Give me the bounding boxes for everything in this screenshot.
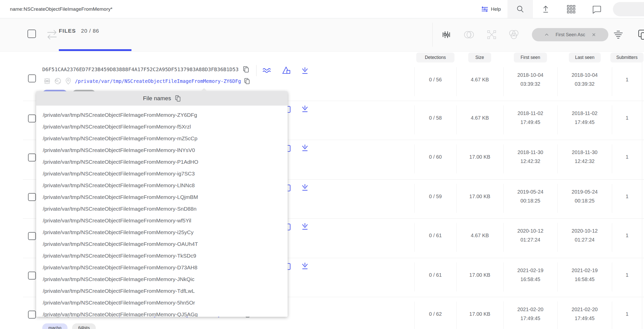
file-hash[interactable]: D6F51CAA2376ED7F23B459D83888F4A17F52C2A9… — [42, 66, 239, 72]
row-checkbox[interactable] — [28, 311, 36, 319]
popover-title: File names — [143, 95, 171, 102]
submitters-cell: 1 — [612, 62, 642, 97]
icon-divider — [256, 65, 257, 76]
download-icon[interactable] — [300, 183, 310, 192]
detections-cell: 0 / 59 — [414, 179, 456, 213]
select-all-checkbox[interactable] — [28, 30, 36, 38]
file-name-item: /private/var/tmp/NSCreateObjectFileImage… — [36, 180, 288, 191]
similar-files-icon[interactable] — [282, 66, 291, 75]
row-checkbox[interactable] — [28, 74, 36, 82]
swap-order-icon[interactable] — [45, 28, 59, 41]
submitters-cell: 1 — [612, 218, 642, 252]
tab-active-underline — [59, 49, 131, 51]
download-icon[interactable] — [300, 262, 310, 271]
column-header-submitters[interactable]: Submitters — [610, 53, 643, 62]
sort-options-button[interactable] — [611, 27, 626, 42]
file-name-item: /private/var/tmp/NSCreateObjectFileImage… — [36, 297, 288, 309]
similarity-cluster-button[interactable] — [484, 27, 499, 42]
file-names-list: /private/var/tmp/NSCreateObjectFileImage… — [36, 106, 288, 317]
column-header-last-seen[interactable]: Last seen — [569, 53, 601, 62]
download-icon[interactable] — [300, 144, 310, 153]
column-header-first-seen[interactable]: First seen — [514, 53, 547, 62]
search-button[interactable] — [507, 0, 533, 18]
column-header-detections[interactable]: Detections — [416, 53, 454, 62]
file-name-item: /private/var/tmp/NSCreateObjectFileImage… — [36, 215, 288, 226]
copy-icon[interactable] — [175, 95, 181, 102]
first-seen-cell: 2020-10-1201:27:24 — [503, 218, 557, 252]
row-checkbox[interactable] — [28, 193, 36, 201]
column-header-size[interactable]: Size — [468, 53, 491, 62]
search-icon — [516, 5, 524, 13]
sort-chip[interactable]: First Seen Asc — [532, 28, 608, 41]
size-cell: 17.00 KB — [456, 140, 503, 174]
size-cell: 17.00 KB — [456, 258, 503, 292]
file-name-item: /private/var/tmp/NSCreateObjectFileImage… — [36, 226, 288, 238]
popover-header: File names — [36, 91, 288, 106]
last-seen-cell: 2018-11-0217:49:45 — [557, 101, 612, 135]
size-cell: 17.00 KB — [456, 179, 503, 213]
copy-icon[interactable] — [244, 78, 250, 84]
chevron-up-icon[interactable] — [544, 33, 549, 36]
last-seen-cell: 2019-05-2400:18:25 — [557, 179, 612, 213]
file-name-item: /private/var/tmp/NSCreateObjectFileImage… — [36, 273, 288, 285]
column-settings-button[interactable] — [439, 27, 454, 42]
apps-grid-button[interactable] — [558, 0, 584, 18]
file-name-item: /private/var/tmp/NSCreateObjectFileImage… — [36, 309, 288, 317]
user-avatar[interactable] — [613, 2, 644, 16]
tab-files[interactable]: FILES 20 / 86 — [59, 28, 99, 34]
row-checkbox[interactable] — [28, 154, 36, 161]
venn-diagram-button[interactable] — [506, 27, 521, 42]
feedback-button[interactable] — [584, 0, 609, 18]
close-icon[interactable] — [592, 33, 596, 37]
file-name-item: /private/var/tmp/NSCreateObjectFileImage… — [36, 168, 288, 180]
file-path-link[interactable]: /private/var/tmp/NSCreateObjectFileImage… — [75, 78, 241, 84]
download-icon[interactable] — [300, 105, 310, 113]
tag-chip-macho[interactable]: macho — [42, 323, 68, 329]
apps-grid-icon — [567, 5, 575, 14]
copy-icon[interactable] — [243, 66, 249, 73]
scatter-expand-icon — [487, 30, 496, 39]
file-names-popover: File names /private/var/tmp/NSCreateObje… — [36, 91, 288, 317]
detections-cell: 0 / 58 — [414, 101, 456, 135]
popover-arrow — [200, 88, 208, 92]
row-checkbox[interactable] — [28, 232, 36, 240]
results-toolbar: FILES 20 / 86 — [0, 18, 644, 52]
globe-icon — [54, 77, 62, 85]
search-query-input[interactable]: name:NSCreateObjectFileImageFromMemory* — [10, 0, 113, 18]
file-name-item: /private/var/tmp/NSCreateObjectFileImage… — [36, 238, 288, 250]
sort-lines-icon — [613, 30, 624, 40]
submitters-cell: 1 — [612, 297, 642, 329]
size-cell: 4.67 KB — [456, 101, 503, 135]
similarity-waves-icon[interactable] — [262, 67, 272, 74]
download-icon[interactable] — [300, 67, 310, 75]
intersect-results-button[interactable] — [462, 27, 476, 42]
row-checkbox[interactable] — [28, 272, 36, 280]
submitters-cell: 1 — [612, 140, 642, 174]
pages-icon — [638, 29, 644, 40]
file-name-item: /private/var/tmp/NSCreateObjectFileImage… — [36, 109, 288, 121]
advanced-search-help-button[interactable]: Help — [475, 0, 507, 18]
detections-cell: 0 / 61 — [414, 218, 456, 252]
first-seen-cell: 2021-02-2017:49:45 — [503, 297, 557, 329]
size-cell: 4.67 KB — [456, 218, 503, 252]
query-builder-icon — [481, 6, 488, 12]
copy-results-button[interactable] — [636, 27, 644, 42]
last-seen-cell: 2021-02-2017:49:45 — [557, 297, 612, 329]
detections-cell: 0 / 61 — [414, 258, 456, 292]
download-icon[interactable] — [300, 222, 310, 231]
file-name-item: /private/var/tmp/NSCreateObjectFileImage… — [36, 144, 288, 156]
upload-button[interactable] — [533, 0, 558, 18]
detections-cell: 0 / 56 — [414, 62, 456, 97]
help-label: Help — [491, 6, 501, 12]
top-bar: name:NSCreateObjectFileImageFromMemory* … — [0, 0, 644, 18]
row-checkbox[interactable] — [28, 115, 36, 122]
size-cell: 17.00 KB — [456, 297, 503, 329]
first-seen-cell: 2019-05-2400:18:25 — [503, 179, 557, 213]
first-seen-cell: 2021-02-1916:58:45 — [503, 258, 557, 292]
tag-chip-64bits[interactable]: 64bits — [72, 323, 96, 329]
last-seen-cell: 2021-02-1916:58:45 — [557, 258, 612, 292]
first-seen-cell: 2018-11-3012:42:32 — [503, 140, 557, 174]
submitters-cell: 1 — [612, 179, 642, 213]
detections-cell: 0 / 62 — [414, 297, 456, 329]
venn-two-circles-icon — [463, 31, 475, 39]
